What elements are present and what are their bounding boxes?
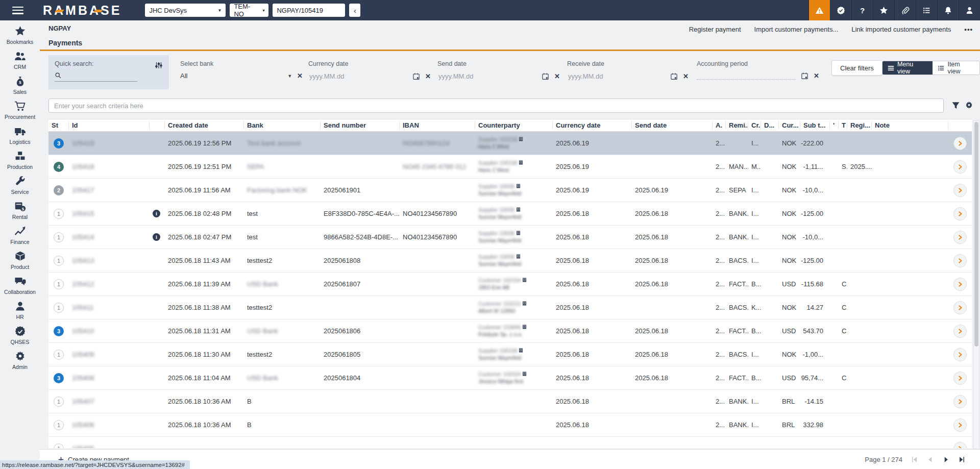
col-header-open[interactable]	[948, 121, 972, 130]
clear-bank-icon[interactable]: ✕	[297, 72, 303, 79]
item-view-button[interactable]: Item view	[933, 61, 979, 75]
sidebar-item-procurement[interactable]: Procurement	[0, 101, 40, 120]
table-row[interactable]: 1 105413 i 2025.06.18 11:43 AM testtest2…	[48, 249, 972, 273]
open-row-button[interactable]	[953, 278, 967, 291]
rambase-logo[interactable]: RAMBASE	[43, 4, 121, 17]
col-header-regi[interactable]: Regi...	[847, 121, 872, 130]
open-row-button[interactable]	[953, 442, 967, 449]
col-header-d[interactable]: D...	[761, 121, 779, 130]
open-row-button[interactable]	[953, 207, 967, 220]
currency-date-input[interactable]	[308, 72, 364, 81]
quick-search-input[interactable]	[65, 71, 131, 80]
sidebar-item-qhses[interactable]: QHSES	[0, 326, 40, 345]
col-header-sub-total[interactable]: Sub t...	[800, 121, 830, 130]
help-icon[interactable]: ?	[851, 0, 873, 20]
notifications-icon[interactable]	[937, 0, 959, 20]
calendar-icon[interactable]	[542, 72, 549, 80]
filter-settings-icon[interactable]	[155, 61, 163, 71]
open-row-button[interactable]	[953, 372, 967, 385]
table-row[interactable]: 1 105407 i 2025.06.18 10:36 AM B 2025.06…	[48, 390, 972, 413]
open-row-button[interactable]	[953, 395, 967, 408]
program-id-input[interactable]: NGPAY/105419	[273, 4, 345, 17]
filter-funnel-icon[interactable]	[951, 101, 960, 112]
col-header-iban[interactable]: IBAN	[400, 121, 475, 130]
open-row-button[interactable]	[953, 231, 967, 244]
back-button[interactable]: ‹	[349, 4, 360, 17]
table-settings-gear-icon[interactable]	[965, 101, 973, 112]
col-header-created-date[interactable]: Created date	[165, 121, 244, 130]
bank-filter-value[interactable]: All	[180, 72, 187, 80]
sidebar-item-bookmarks[interactable]: Bookmarks	[0, 26, 40, 45]
open-row-button[interactable]	[953, 184, 967, 197]
table-row[interactable]: 3 105419 i 2025.06.19 12:56 PM Test bank…	[48, 132, 972, 155]
clear-filters-button[interactable]: Clear filters	[831, 60, 883, 76]
col-header-info[interactable]	[150, 121, 165, 130]
menu-icon[interactable]	[12, 7, 23, 14]
col-header-counterparty[interactable]: Counterparty	[475, 121, 553, 130]
search-criteria-input[interactable]	[48, 98, 944, 113]
sidebar-item-hr[interactable]: HR	[0, 301, 40, 320]
col-header-bank[interactable]: Bank	[244, 121, 321, 130]
table-row[interactable]: 1 105414 i 2025.06.18 02:47 PM test 9866…	[48, 226, 972, 249]
last-page-button[interactable]	[958, 456, 966, 463]
open-row-button[interactable]	[953, 160, 967, 174]
sidebar-item-production[interactable]: Production	[0, 151, 40, 170]
col-header-id[interactable]: Id	[69, 121, 150, 130]
open-row-button[interactable]	[953, 418, 967, 432]
clear-send-date-icon[interactable]: ✕	[554, 73, 560, 80]
chevron-down-icon[interactable]: ▼	[287, 73, 292, 79]
database-select[interactable]: TEM-NO▾	[230, 4, 268, 17]
sidebar-item-crm[interactable]: CRM	[0, 51, 40, 70]
col-header-t[interactable]: T	[839, 121, 847, 130]
table-row[interactable]: 1 105412 i 2025.06.18 11:39 AM USD Bank …	[48, 273, 972, 296]
calendar-icon[interactable]	[412, 72, 420, 80]
import-customer-payments-link[interactable]: Import customer payments...	[754, 26, 839, 33]
open-row-button[interactable]	[953, 348, 967, 361]
col-header-currency-date[interactable]: Currency date	[553, 121, 632, 130]
table-row[interactable]: 1 105411 i 2025.06.18 11:38 AM testtest2…	[48, 296, 972, 319]
sidebar-item-finance[interactable]: Finance	[0, 226, 40, 245]
previous-page-button[interactable]	[926, 456, 934, 463]
sidebar-item-service[interactable]: Service	[0, 176, 40, 195]
scrollbar-thumb[interactable]	[974, 122, 978, 347]
table-row[interactable]: 4 105418 i 2025.06.19 12:51 PM SEPA NO45…	[48, 155, 972, 179]
attachment-icon[interactable]	[894, 0, 916, 20]
accounting-period-input[interactable]	[697, 72, 796, 80]
col-header-note[interactable]: Note	[872, 121, 948, 130]
open-row-button[interactable]	[953, 301, 967, 314]
system-select[interactable]: JHC DevSys▼	[145, 4, 226, 17]
user-icon[interactable]	[959, 0, 980, 20]
info-icon[interactable]: i	[153, 210, 160, 217]
col-header-send-number[interactable]: Send number	[321, 121, 400, 130]
alert-icon[interactable]	[808, 0, 830, 20]
col-header-quote[interactable]: '	[830, 121, 839, 130]
table-row[interactable]: 3 105410 i 2025.06.18 11:31 AM USD Bank …	[48, 319, 972, 343]
info-icon[interactable]: i	[153, 233, 160, 241]
register-payment-link[interactable]: Register payment	[689, 26, 741, 33]
clear-receive-date-icon[interactable]: ✕	[683, 73, 689, 80]
table-row[interactable]: 1 105415 i 2025.06.18 02:48 PM test E8F3…	[48, 202, 972, 226]
col-header-a[interactable]: A.	[713, 121, 726, 130]
col-header-cr[interactable]: Cr...	[748, 121, 761, 130]
link-imported-customer-payments-link[interactable]: Link imported customer payments	[851, 26, 951, 33]
table-row[interactable]: 1 105409 i 2025.06.18 11:30 AM testtest2…	[48, 343, 972, 366]
favorites-icon[interactable]	[873, 0, 894, 20]
open-row-button[interactable]	[953, 325, 967, 338]
sidebar-item-collaboration[interactable]: Collaboration	[0, 276, 40, 295]
col-header-remi[interactable]: Remi...	[726, 121, 748, 130]
receive-date-input[interactable]	[567, 72, 623, 81]
table-row[interactable]: 1 105406 i 2025.06.18 10:36 AM B 2025.06…	[48, 413, 972, 437]
table-row[interactable]: 1 105405 i	[48, 437, 972, 448]
tasks-icon[interactable]	[916, 0, 937, 20]
more-actions-button[interactable]: •••	[964, 26, 973, 33]
table-row[interactable]: 2 105417 i 2025.06.19 11:56 AM Factoring…	[48, 179, 972, 202]
col-header-cur[interactable]: Cur...	[779, 121, 800, 130]
vertical-scrollbar[interactable]	[973, 120, 979, 449]
col-header-send-date[interactable]: Send date	[632, 121, 713, 130]
approval-icon[interactable]	[830, 0, 851, 20]
open-row-button[interactable]	[953, 137, 967, 150]
first-page-button[interactable]	[911, 456, 918, 463]
calendar-icon[interactable]	[801, 72, 808, 80]
open-row-button[interactable]	[953, 254, 967, 267]
send-date-input[interactable]	[437, 72, 494, 81]
